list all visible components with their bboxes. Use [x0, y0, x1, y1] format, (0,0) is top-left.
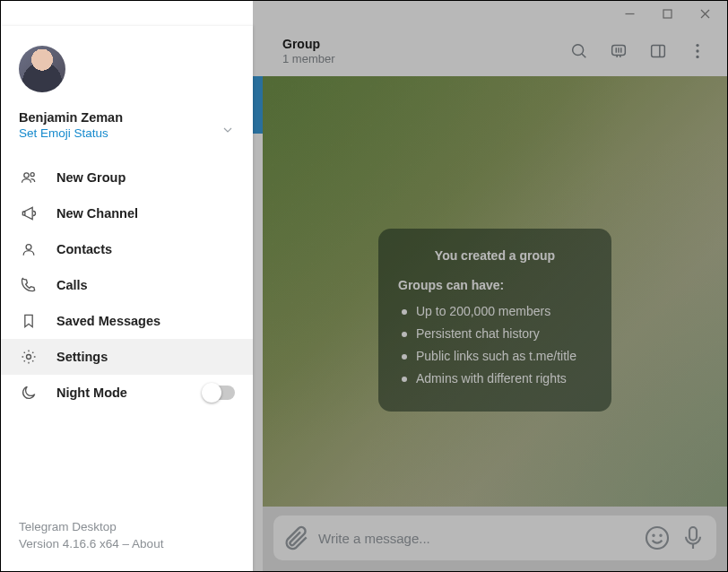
menu-item-contacts[interactable]: Contacts [1, 231, 253, 267]
gear-icon [19, 348, 39, 366]
svg-point-25 [27, 355, 31, 360]
menu-item-saved-messages[interactable]: Saved Messages [1, 303, 253, 339]
set-emoji-status-link[interactable]: Set Emoji Status [19, 126, 235, 140]
avatar[interactable] [19, 46, 65, 92]
menu-item-new-channel[interactable]: New Channel [1, 195, 253, 231]
bookmark-icon [19, 312, 39, 330]
svg-point-23 [30, 173, 34, 177]
menu-item-label: Saved Messages [56, 314, 160, 328]
svg-point-24 [26, 245, 31, 250]
drawer-footer: Telegram Desktop Version 4.16.6 x64 – Ab… [1, 519, 253, 571]
user-name: Benjamin Zeman [19, 110, 235, 125]
phone-icon [19, 276, 39, 294]
drawer-menu: New Group New Channel Contacts Calls Sav… [1, 160, 253, 411]
menu-item-label: New Channel [56, 206, 138, 221]
menu-item-night-mode[interactable]: Night Mode [1, 375, 253, 411]
menu-item-settings[interactable]: Settings [1, 339, 253, 375]
night-mode-toggle[interactable] [203, 386, 235, 400]
menu-item-label: Night Mode [56, 386, 127, 400]
app-name: Telegram Desktop [19, 519, 235, 536]
menu-item-label: Calls [56, 278, 88, 292]
menu-item-label: Settings [56, 350, 108, 364]
megaphone-icon [19, 204, 39, 222]
app-version: Version 4.16.6 x64 – [19, 537, 132, 550]
menu-item-calls[interactable]: Calls [1, 267, 253, 303]
group-icon [19, 169, 39, 186]
modal-overlay[interactable] [253, 1, 727, 571]
svg-point-22 [24, 173, 29, 178]
main-menu-drawer: Benjamin Zeman Set Emoji Status New Grou… [1, 26, 253, 571]
menu-item-label: New Group [56, 170, 126, 185]
person-icon [19, 240, 39, 258]
menu-item-new-group[interactable]: New Group [1, 160, 253, 195]
chevron-down-icon[interactable] [221, 123, 235, 141]
about-link[interactable]: About [132, 537, 163, 550]
moon-icon [19, 384, 39, 402]
menu-item-label: Contacts [56, 242, 112, 256]
